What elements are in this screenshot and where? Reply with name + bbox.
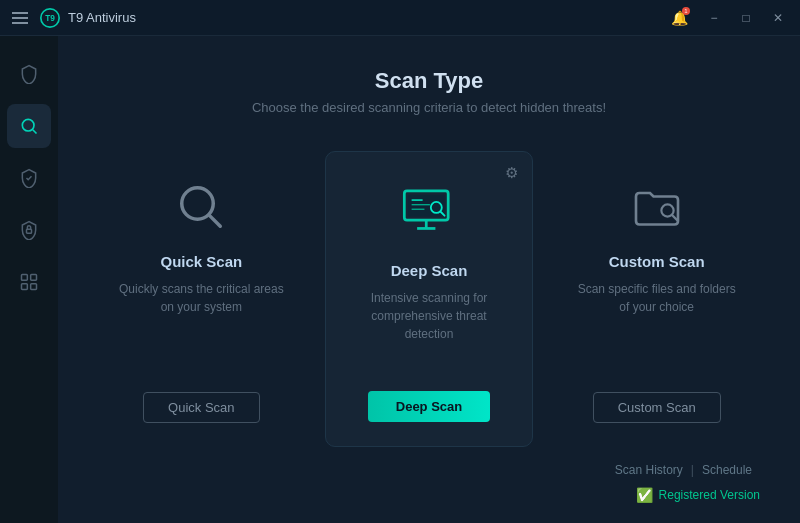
custom-scan-title: Custom Scan — [609, 253, 705, 270]
sidebar-item-lock[interactable] — [7, 208, 51, 252]
deep-scan-card: ⚙ — [325, 151, 534, 447]
quick-scan-card: Quick Scan Quickly scans the critical ar… — [98, 151, 305, 447]
app-title: T9 Antivirus — [68, 10, 136, 25]
svg-line-10 — [209, 215, 220, 226]
page-title: Scan Type — [98, 68, 760, 94]
badge-dot: 1 — [682, 7, 690, 15]
bottom-bar: Scan History | Schedule — [98, 447, 760, 481]
scan-history-link[interactable]: Scan History — [607, 459, 691, 481]
maximize-button[interactable]: □ — [732, 7, 760, 29]
window-controls: 🔔 1 − □ ✕ — [671, 7, 792, 29]
deep-scan-desc: Intensive scanning for comprehensive thr… — [346, 289, 513, 371]
sidebar-item-grid[interactable] — [7, 260, 51, 304]
sidebar-item-shield[interactable] — [7, 52, 51, 96]
title-bar-left: T9 T9 Antivirus — [8, 8, 136, 28]
app-logo: T9 — [40, 8, 60, 28]
main-layout: Scan Type Choose the desired scanning cr… — [0, 36, 800, 523]
custom-scan-card: Custom Scan Scan specific files and fold… — [553, 151, 760, 447]
registered-icon: ✅ — [636, 487, 653, 503]
sidebar-item-check[interactable] — [7, 156, 51, 200]
svg-line-21 — [672, 215, 677, 220]
quick-scan-title: Quick Scan — [160, 253, 242, 270]
svg-rect-4 — [27, 229, 32, 233]
hamburger-menu[interactable] — [8, 8, 32, 28]
svg-rect-6 — [31, 275, 37, 281]
content-area: Scan Type Choose the desired scanning cr… — [58, 36, 800, 523]
svg-text:T9: T9 — [45, 13, 55, 23]
title-bar: T9 T9 Antivirus 🔔 1 − □ ✕ — [0, 0, 800, 36]
registered-text: Registered Version — [659, 488, 760, 502]
svg-rect-5 — [22, 275, 28, 281]
sidebar — [0, 36, 58, 523]
notification-badge[interactable]: 🔔 1 — [671, 9, 688, 27]
svg-rect-7 — [22, 284, 28, 290]
deep-scan-icon — [397, 180, 461, 244]
minimize-button[interactable]: − — [700, 7, 728, 29]
custom-scan-icon — [629, 179, 685, 235]
custom-scan-desc: Scan specific files and folders of your … — [573, 280, 740, 372]
registered-version: ✅ Registered Version — [98, 487, 760, 503]
schedule-link[interactable]: Schedule — [694, 459, 760, 481]
page-subtitle: Choose the desired scanning criteria to … — [98, 100, 760, 115]
scan-cards-container: Quick Scan Quickly scans the critical ar… — [98, 151, 760, 447]
custom-scan-button[interactable]: Custom Scan — [593, 392, 721, 423]
quick-scan-icon — [173, 179, 229, 235]
close-button[interactable]: ✕ — [764, 7, 792, 29]
gear-icon[interactable]: ⚙ — [505, 164, 518, 182]
quick-scan-desc: Quickly scans the critical areas on your… — [118, 280, 285, 372]
sidebar-item-scan[interactable] — [7, 104, 51, 148]
deep-scan-title: Deep Scan — [391, 262, 468, 279]
svg-rect-12 — [408, 195, 445, 217]
svg-point-2 — [22, 119, 34, 131]
svg-rect-8 — [31, 284, 37, 290]
quick-scan-button[interactable]: Quick Scan — [143, 392, 259, 423]
deep-scan-button[interactable]: Deep Scan — [368, 391, 490, 422]
svg-line-3 — [33, 130, 37, 134]
